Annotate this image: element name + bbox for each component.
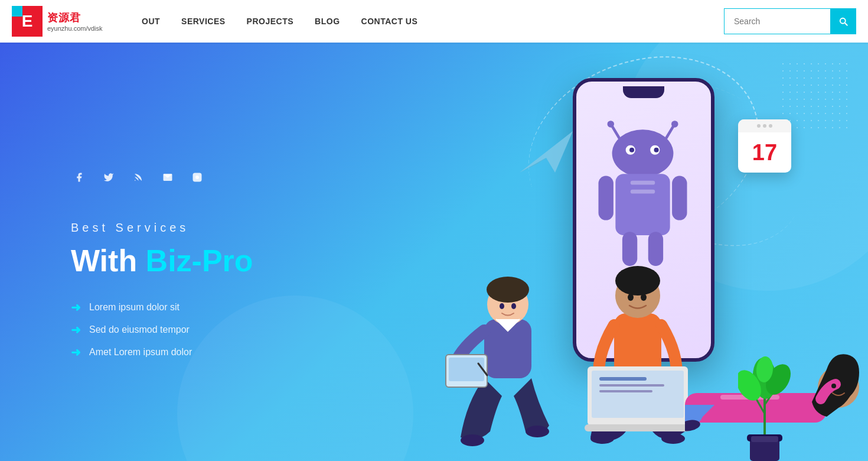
svg-point-40: [628, 294, 634, 301]
cal-dot: [769, 124, 772, 128]
svg-point-33: [615, 266, 660, 296]
svg-point-12: [629, 148, 634, 152]
svg-point-13: [654, 148, 659, 152]
list-item-text: Sed do eiusmod tempor: [89, 324, 190, 335]
twitter-icon[interactable]: [100, 169, 117, 186]
email-icon[interactable]: [159, 169, 176, 186]
hero-title-prefix: With: [71, 244, 146, 278]
svg-rect-25: [449, 358, 484, 381]
svg-rect-38: [599, 384, 664, 387]
nav-services[interactable]: SERVICES: [181, 17, 226, 26]
arrow-icon: ➜: [71, 301, 81, 313]
list-item-text: Lorem ipsum dolor sit: [89, 302, 180, 313]
svg-point-9: [612, 129, 674, 177]
rss-icon[interactable]: [130, 169, 146, 186]
svg-point-29: [461, 434, 484, 446]
nav-blog[interactable]: BLOG: [315, 17, 340, 26]
logo-text: 资源君 eyunzhu.com/vdisk: [47, 11, 103, 32]
hero-title: With Biz-Pro: [71, 244, 253, 278]
hero-subtitle: Best Services: [71, 221, 253, 235]
person1-icon: [443, 260, 573, 461]
svg-rect-52: [751, 436, 778, 442]
search-button[interactable]: [830, 8, 856, 34]
list-item: ➜ Sed do eiusmod tempor: [71, 324, 253, 336]
logo-area[interactable]: E 资源君 eyunzhu.com/vdisk: [12, 6, 118, 37]
calendar-header: [738, 119, 791, 132]
arrow-icon: ➜: [71, 324, 81, 336]
instagram-icon[interactable]: [189, 169, 205, 186]
search-icon: [838, 16, 849, 27]
svg-rect-36: [585, 424, 691, 431]
hero-title-highlight: Biz-Pro: [146, 244, 253, 278]
cal-dot: [757, 124, 761, 128]
svg-point-42: [590, 433, 614, 444]
svg-point-30: [526, 426, 549, 437]
logo-box: E: [12, 6, 43, 37]
dot-grid-decoration: [779, 60, 850, 131]
phone-notch: [623, 86, 664, 98]
calendar-day: 17: [752, 141, 777, 164]
svg-point-28: [511, 303, 516, 309]
svg-rect-39: [599, 390, 652, 392]
nav-out[interactable]: OUT: [142, 17, 160, 26]
svg-rect-15: [599, 176, 614, 220]
calendar-card: 17: [738, 119, 791, 173]
svg-rect-19: [631, 181, 655, 185]
list-item: ➜ Lorem ipsum dolor sit: [71, 301, 253, 313]
logo-title: 资源君: [47, 11, 103, 25]
logo-letter: E: [22, 12, 33, 31]
paper-plane-icon: [520, 131, 573, 173]
hero-list: ➜ Lorem ipsum dolor sit ➜ Sed do eiusmod…: [71, 301, 253, 358]
nav-contact[interactable]: CONTACT US: [361, 17, 418, 26]
svg-rect-16: [672, 176, 687, 220]
svg-rect-20: [631, 190, 655, 194]
svg-point-0: [135, 180, 136, 181]
search-area: [724, 8, 856, 34]
social-icons: [71, 169, 253, 186]
svg-point-27: [500, 303, 504, 309]
hero-content: Best Services With Biz-Pro ➜ Lorem ipsum…: [0, 145, 253, 358]
svg-point-47: [831, 384, 836, 388]
svg-point-41: [641, 294, 647, 301]
arrow-icon: ➜: [71, 346, 81, 358]
list-item-text: Amet Lorem ipsum dolor: [89, 347, 192, 358]
cal-dot: [763, 124, 766, 128]
facebook-icon[interactable]: [71, 169, 87, 186]
hero-section: Best Services With Biz-Pro ➜ Lorem ipsum…: [0, 43, 868, 461]
search-input[interactable]: [724, 8, 830, 34]
svg-point-6: [608, 121, 615, 128]
nav-projects[interactable]: PROJECTS: [247, 17, 293, 26]
list-item: ➜ Amet Lorem ipsum dolor: [71, 346, 253, 358]
paper-plane-decoration: [520, 131, 573, 175]
svg-point-43: [661, 433, 685, 444]
svg-marker-4: [520, 158, 546, 173]
plant-icon: [738, 343, 791, 461]
logo-subtitle: eyunzhu.com/vdisk: [47, 25, 103, 32]
main-nav: OUT SERVICES PROJECTS BLOG CONTACT US: [142, 17, 724, 26]
plant-decoration: [738, 343, 791, 461]
calendar-body: 17: [738, 132, 791, 173]
svg-point-8: [671, 121, 678, 128]
person1-illustration: [443, 260, 573, 461]
svg-rect-37: [599, 377, 647, 381]
svg-point-23: [487, 277, 529, 303]
header: E 资源君 eyunzhu.com/vdisk OUT SERVICES PRO…: [0, 0, 868, 43]
svg-point-48: [841, 384, 846, 388]
svg-marker-3: [520, 131, 573, 173]
